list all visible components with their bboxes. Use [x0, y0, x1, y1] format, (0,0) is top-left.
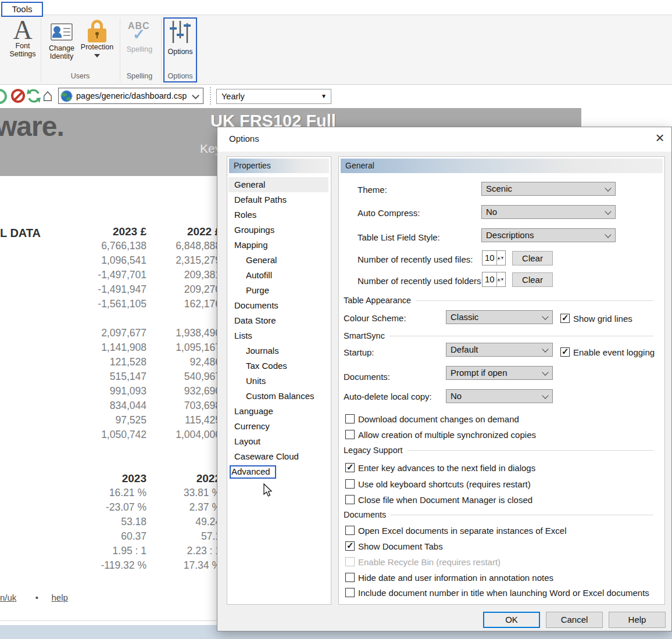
tree-item-tax-codes[interactable]: Tax Codes — [228, 358, 328, 374]
stop-icon[interactable] — [11, 89, 25, 103]
refresh-icon[interactable] — [26, 88, 41, 103]
tree-item-layout[interactable]: Layout — [228, 434, 328, 449]
tab-tools[interactable]: Tools — [1, 2, 43, 17]
auto-delete-label: Auto-delete local copy: — [344, 392, 432, 401]
sync-documents-label: Documents: — [344, 372, 390, 382]
tree-item-data-store[interactable]: Data Store — [228, 313, 328, 328]
period-value: Yearly — [221, 89, 245, 103]
tree-item-documents[interactable]: Documents — [228, 298, 328, 313]
toolbar-separator — [210, 87, 211, 105]
tree-item-purge[interactable]: Purge — [228, 283, 328, 298]
sync-documents-select[interactable]: Prompt if open — [446, 366, 553, 380]
enter-key-checkbox[interactable]: ✓ — [345, 463, 355, 472]
recent-folders-label: Number of recently used folders: — [358, 276, 484, 286]
include-number-checkbox[interactable] — [345, 588, 355, 597]
table-row: -1,561,105162,176 — [0, 298, 221, 313]
download-changes-label: Download document changes on demand — [358, 414, 519, 424]
tree-item-default-paths[interactable]: Default Paths — [228, 192, 328, 207]
tree-item-mapping[interactable]: Mapping — [228, 238, 328, 253]
protection-label: Protection — [79, 43, 115, 51]
startup-select[interactable]: Default — [446, 343, 553, 357]
hide-date-checkbox[interactable] — [345, 573, 355, 582]
table-row: 6,766,1386,848,888 — [0, 240, 221, 254]
ok-button[interactable]: OK — [483, 612, 540, 628]
colour-scheme-select[interactable]: Classic — [446, 310, 553, 324]
recent-folders-stepper[interactable]: 10 ▲▼ — [482, 272, 506, 287]
download-changes-checkbox[interactable] — [345, 414, 355, 423]
help-button[interactable]: Help — [609, 612, 666, 628]
home-icon[interactable]: ⌂ — [42, 87, 53, 103]
tree-item-units[interactable]: Units — [228, 374, 328, 389]
address-chevron-icon[interactable] — [192, 92, 199, 99]
multiple-copies-checkbox[interactable] — [345, 430, 355, 439]
table-row: 2,097,6771,938,490 — [0, 327, 221, 342]
theme-select[interactable]: Scenic — [481, 182, 616, 196]
protection-button[interactable]: Protection — [79, 19, 115, 58]
tree-item-currency[interactable]: Currency — [228, 419, 328, 434]
navigation-toolbar: ⌂ pages/generic/dashboard.csp Yearly ▼ — [0, 85, 672, 108]
footer-link-uk[interactable]: n/uk — [0, 593, 16, 602]
table-row: 60.3757.1 — [0, 530, 221, 545]
table-list-style-select[interactable]: Descriptions — [481, 228, 616, 242]
tree-item-custom-balances[interactable]: Custom Balances — [228, 389, 328, 404]
table-row: 991,093932,690 — [0, 385, 221, 400]
clear-folders-button[interactable]: Clear — [512, 272, 553, 287]
go-icon[interactable] — [0, 89, 7, 104]
tree-item-general[interactable]: General — [228, 177, 328, 192]
ribbon-body: e A Font Settings Change Identity Protec… — [0, 15, 672, 85]
close-icon[interactable]: × — [651, 129, 669, 146]
recent-files-stepper[interactable]: 10 ▲▼ — [482, 250, 506, 265]
ribbon-separator — [161, 18, 162, 82]
dialog-titlebar[interactable]: Options × — [217, 127, 671, 152]
panel-header: General — [341, 159, 663, 173]
period-combobox[interactable]: Yearly ▼ — [216, 89, 331, 104]
excel-instances-label: Open Excel documents in separate instanc… — [358, 526, 567, 536]
protection-dropdown-arrow[interactable] — [94, 54, 100, 58]
footer-bullet: • — [35, 593, 38, 602]
show-grid-checkbox[interactable]: ✓ — [560, 314, 570, 323]
period-dropdown-arrow[interactable]: ▼ — [321, 93, 327, 99]
cancel-button[interactable]: Cancel — [546, 612, 603, 628]
table-row: 53.1849.24 — [0, 516, 221, 530]
old-shortcuts-checkbox[interactable] — [345, 479, 355, 489]
tree-item-mapping-general[interactable]: General — [228, 253, 328, 268]
chevron-down-icon — [605, 208, 611, 214]
event-logging-checkbox[interactable]: ✓ — [560, 347, 570, 357]
spelling-button: ABC ✓ Spelling — [124, 20, 155, 53]
change-identity-button[interactable]: Change Identity — [47, 19, 77, 60]
event-logging-label: Enable event logging — [573, 347, 655, 357]
clear-files-button[interactable]: Clear — [512, 251, 553, 265]
table-row: 1,096,5412,315,279 — [0, 254, 221, 269]
chevron-down-icon — [605, 185, 611, 191]
table-row: 16.21 %33.81 % — [0, 487, 221, 501]
address-combobox[interactable]: pages/generic/dashboard.csp — [58, 88, 203, 104]
font-settings-button[interactable]: A Font Settings — [6, 19, 40, 58]
close-file-checkbox[interactable] — [345, 495, 355, 504]
excel-instances-checkbox[interactable] — [345, 526, 355, 535]
theme-label: Theme: — [358, 185, 387, 195]
tree-item-lists[interactable]: Lists — [228, 328, 328, 343]
tree-header: Properties — [229, 159, 329, 173]
tree-item-advanced-label[interactable]: Advanced — [230, 465, 276, 479]
show-tabs-checkbox[interactable]: ✓ — [345, 541, 355, 551]
col-header-2022: 2022 — [146, 472, 221, 487]
lock-icon — [88, 20, 106, 43]
spin-down-icon[interactable]: ▼ — [501, 256, 504, 260]
tree-item-groupings[interactable]: Groupings — [228, 222, 328, 238]
tree-item-caseware-cloud[interactable]: Caseware Cloud — [228, 449, 328, 464]
footer-link-help[interactable]: help — [52, 593, 68, 602]
report-header-row: 2023 £ 2022 £ — [0, 225, 221, 240]
tree-item-language[interactable]: Language — [228, 404, 328, 419]
tree-item-autofill[interactable]: Autofill — [228, 268, 328, 283]
tree-item-journals[interactable]: Journals — [228, 343, 328, 358]
tree-item-advanced[interactable]: Advanced — [228, 464, 328, 479]
report-footer: n/uk • help — [0, 593, 68, 603]
change-identity-icon — [51, 23, 73, 41]
spin-down-icon[interactable]: ▼ — [501, 278, 504, 281]
tree-item-roles[interactable]: Roles — [228, 207, 328, 222]
group-legacy-support: Legacy Support — [344, 446, 653, 455]
auto-compress-select[interactable]: No — [481, 205, 616, 219]
options-button[interactable]: Options — [165, 20, 196, 56]
auto-delete-select[interactable]: No — [446, 389, 553, 403]
spelling-label: Spelling — [124, 45, 155, 53]
